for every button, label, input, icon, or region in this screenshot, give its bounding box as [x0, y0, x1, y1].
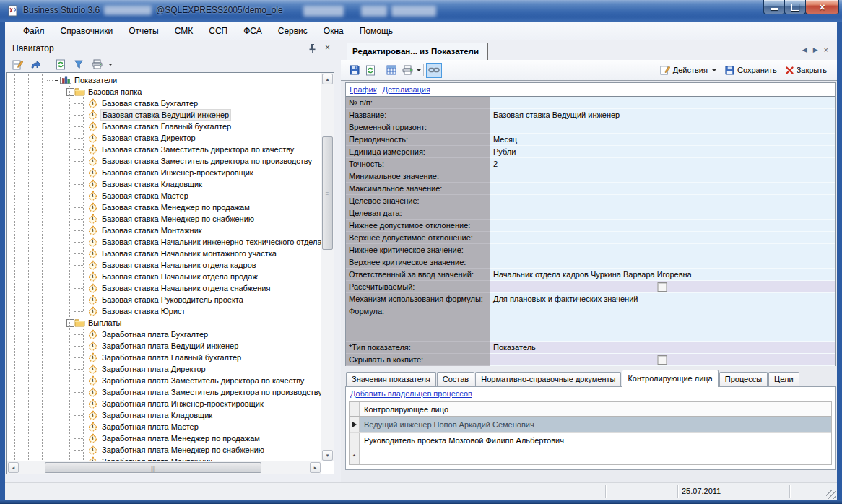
close-editor-button[interactable]: Закрыть	[781, 64, 831, 76]
titlebar[interactable]: Business Studio 3.6 @SQLEXPRESS2005/demo…	[0, 0, 842, 22]
maximize-button[interactable]	[784, 0, 806, 14]
save-icon[interactable]	[347, 63, 363, 78]
tree-item[interactable]: Заработная плата Кладовщик	[7, 409, 321, 421]
form-field-value[interactable]	[490, 244, 835, 256]
table-row[interactable]: Руководитель проекта Мозговой Филипп Аль…	[350, 433, 831, 448]
tree-item[interactable]: Заработная плата Директор	[7, 363, 321, 375]
scroll-right-icon[interactable]: ▸	[310, 462, 321, 473]
form-field-value[interactable]	[490, 220, 835, 232]
menu-item-5[interactable]: ССП	[201, 24, 235, 38]
form-field-value[interactable]: 2	[490, 158, 835, 170]
print-icon[interactable]	[399, 63, 415, 78]
add-owners-link[interactable]: Добавить владельцев процессов	[350, 389, 472, 398]
tab-5[interactable]: Процессы	[719, 372, 768, 386]
table-row[interactable]: *	[350, 448, 831, 464]
scroll-left-icon[interactable]: ◂	[8, 462, 19, 473]
tree-item[interactable]: Базовая ставка Заместитель директора по …	[7, 144, 321, 155]
close-document-icon[interactable]: ×	[824, 45, 828, 54]
menu-item-6[interactable]: ФСА	[235, 24, 270, 38]
menu-item-7[interactable]: Сервис	[270, 24, 316, 38]
tree-item[interactable]: Заработная плата Менеджер по продажам	[7, 433, 321, 444]
form-field-value[interactable]: Начальник отдела кадров Чуркина Варвара …	[490, 269, 835, 281]
pin-icon[interactable]	[308, 43, 317, 53]
tree-item[interactable]: Базовая ставка Бухгалтер	[7, 97, 321, 109]
tree-item[interactable]: Базовая ставка Менеджер по продажам	[7, 201, 321, 213]
form-field-value[interactable]: Показатель	[490, 342, 835, 354]
checkbox-unchecked[interactable]	[658, 355, 667, 365]
form-field-value[interactable]	[490, 305, 835, 342]
tree-item[interactable]: Базовая ставка Мастер	[7, 190, 321, 201]
menu-item-3[interactable]: Отчеты	[121, 24, 166, 38]
scroll-up-icon[interactable]: ▴	[322, 74, 333, 84]
prev-document-icon[interactable]: ◀	[802, 46, 807, 53]
tree-item[interactable]: Заработная плата Мастер	[7, 421, 321, 433]
form-field-value[interactable]	[490, 195, 835, 207]
tree-node[interactable]: Показатели	[7, 74, 321, 86]
collapse-expander-icon[interactable]	[66, 88, 74, 96]
tab-6[interactable]: Цели	[768, 372, 799, 386]
vscroll-thumb[interactable]: ≡	[322, 136, 333, 250]
form-field-value[interactable]	[490, 354, 835, 366]
tree-node[interactable]: Базовая папка	[7, 86, 321, 97]
tree-item[interactable]: Базовая ставка Юрист	[7, 305, 321, 317]
edit-icon[interactable]	[9, 57, 25, 72]
menu-item-2[interactable]: Справочники	[53, 24, 121, 38]
tree-node[interactable]: Выплаты	[7, 317, 321, 329]
tree-item[interactable]: Заработная плата Заместитель директора п…	[7, 386, 321, 398]
tab-3[interactable]: Нормативно-справочные документы	[475, 372, 621, 386]
tree-item[interactable]: Заработная плата Главный бухгалтер	[7, 352, 321, 363]
form-field-value[interactable]	[490, 121, 835, 134]
tree-item[interactable]: Базовая ставка Заместитель директора по …	[7, 155, 321, 167]
refresh-icon[interactable]	[53, 57, 69, 72]
hscroll-thumb[interactable]: |||	[45, 462, 261, 473]
tree-item[interactable]: Базовая ставка Менеджер по снабжению	[7, 213, 321, 225]
tree-item[interactable]: Заработная плата Менеджер по снабжению	[7, 444, 321, 456]
go-arrow-icon[interactable]	[27, 57, 43, 72]
print-dropdown-icon[interactable]	[417, 69, 421, 71]
collapse-expander-icon[interactable]	[53, 77, 61, 84]
menu-item-8[interactable]: Окна	[316, 24, 352, 38]
tree-vscrollbar[interactable]: ▴ ▾ ≡	[321, 73, 334, 461]
table-cell[interactable]: Руководитель проекта Мозговой Филипп Аль…	[360, 433, 831, 448]
next-document-icon[interactable]: ▶	[813, 46, 818, 53]
form-field-value[interactable]: Месяц	[490, 134, 835, 146]
scroll-down-icon[interactable]: ▾	[322, 450, 333, 461]
refresh-icon[interactable]	[363, 63, 378, 78]
form-field-value[interactable]: Для плановых и фактических значений	[490, 293, 835, 305]
print-dropdown-icon[interactable]	[108, 64, 113, 66]
form-field-value[interactable]	[490, 97, 835, 109]
tree-item[interactable]: Заработная плата Бухгалтер	[7, 329, 321, 340]
tree-item[interactable]: Заработная плата Инженер-проектировщик	[7, 398, 321, 409]
tree-item[interactable]: Заработная плата Монтажник	[7, 456, 321, 461]
minimize-button[interactable]	[763, 0, 785, 14]
tab-4[interactable]: Контролирующие лица	[622, 370, 718, 387]
tree-item[interactable]: Базовая ставка Начальник монтажного учас…	[7, 248, 321, 259]
tree-item[interactable]: Заработная плата Заместитель директора п…	[7, 375, 321, 386]
navigator-close-icon[interactable]: ×	[325, 43, 330, 53]
tree-item[interactable]: Базовая ставка Монтажник	[7, 225, 321, 236]
form-field-value[interactable]	[490, 256, 835, 269]
collapse-expander-icon[interactable]	[66, 319, 74, 327]
form-field-value[interactable]: Базовая ставка Ведущий инженер	[490, 109, 835, 121]
table-row[interactable]: Ведущий инженер Попов Аркадий Семенович	[350, 417, 831, 433]
actions-button[interactable]: Действия	[656, 64, 721, 77]
checkbox-unchecked[interactable]	[658, 282, 667, 292]
tree-item[interactable]: Базовая ставка Ведущий инженер	[7, 109, 321, 121]
form-field-value[interactable]	[490, 207, 835, 220]
tab-2[interactable]: Состав	[437, 372, 474, 386]
graph-link[interactable]: График	[350, 85, 377, 94]
close-button[interactable]: ×	[805, 0, 839, 14]
menu-item-4[interactable]: СМК	[167, 24, 201, 38]
document-tab[interactable]: Редактирован... из Показатели	[347, 43, 488, 60]
form-field-value[interactable]	[490, 232, 835, 244]
form-field-value[interactable]	[490, 281, 835, 293]
tree-item[interactable]: Базовая ставка Директор	[7, 132, 321, 144]
detail-link[interactable]: Детализация	[383, 85, 430, 94]
tree-item[interactable]: Базовая ставка Главный бухгалтер	[7, 121, 321, 132]
link-mode-icon[interactable]	[426, 63, 442, 78]
save-button[interactable]: Сохранить	[721, 64, 781, 77]
filter-icon[interactable]	[71, 57, 87, 72]
tree-item[interactable]: Заработная плата Ведущий инженер	[7, 340, 321, 352]
tree-hscrollbar[interactable]: ◂ ▸ |||	[7, 461, 321, 474]
form-field-value[interactable]: Рубли	[490, 146, 835, 158]
